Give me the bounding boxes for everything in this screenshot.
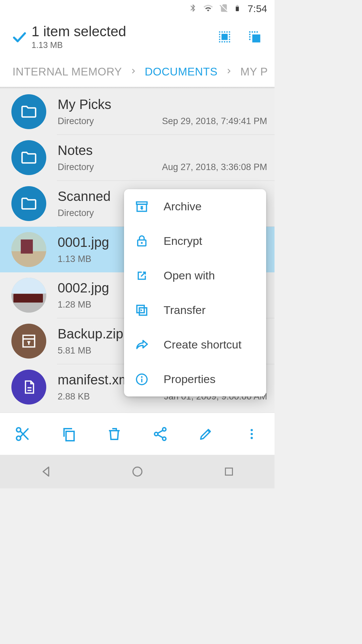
document-icon <box>11 370 46 405</box>
item-name: My Picks <box>58 97 268 112</box>
list-item[interactable]: My Picks Directory Sep 29, 2018, 7:49:41… <box>0 89 275 135</box>
info-icon <box>134 372 149 387</box>
item-type: Directory <box>58 162 94 172</box>
item-date: Aug 27, 2018, 3:36:08 PM <box>162 162 267 172</box>
item-name: Notes <box>58 143 268 158</box>
svg-rect-21 <box>225 468 232 475</box>
item-type: Directory <box>58 208 94 218</box>
no-sim-icon <box>219 2 229 15</box>
more-button[interactable] <box>242 424 262 444</box>
image-thumbnail <box>11 232 46 267</box>
wifi-icon <box>202 3 214 14</box>
menu-transfer[interactable]: Transfer <box>124 293 266 327</box>
chevron-right-icon <box>224 66 234 77</box>
menu-label: Create shortcut <box>164 338 241 351</box>
archive-icon <box>134 199 149 214</box>
item-type: Directory <box>58 116 94 126</box>
context-menu: Archive Encrypt Open with Transfer Creat… <box>124 189 266 396</box>
svg-point-9 <box>141 376 143 378</box>
svg-rect-10 <box>141 379 142 382</box>
menu-open-with[interactable]: Open with <box>124 258 266 293</box>
item-size: 2.88 KB <box>58 391 90 402</box>
crumb-my-picks-partial[interactable]: MY P <box>234 65 275 78</box>
svg-point-18 <box>250 433 253 435</box>
selection-title: 1 item selected <box>32 23 217 40</box>
status-bar: 7:54 <box>0 0 275 17</box>
edit-button[interactable] <box>196 424 216 444</box>
share-arrow-icon <box>134 337 149 353</box>
menu-create-shortcut[interactable]: Create shortcut <box>124 327 266 362</box>
item-size: 1.13 MB <box>58 254 92 264</box>
menu-label: Open with <box>164 269 215 282</box>
status-time: 7:54 <box>248 3 267 14</box>
menu-label: Encrypt <box>164 234 202 248</box>
android-nav-bar <box>0 455 275 488</box>
svg-rect-6 <box>137 305 144 313</box>
svg-point-11 <box>17 436 21 440</box>
open-external-icon <box>134 268 149 283</box>
transfer-icon <box>134 303 149 318</box>
folder-icon <box>11 140 46 175</box>
menu-label: Transfer <box>164 304 205 317</box>
copy-button[interactable] <box>59 424 79 444</box>
svg-rect-7 <box>139 308 147 315</box>
share-button[interactable] <box>150 424 170 444</box>
svg-point-20 <box>133 467 142 476</box>
menu-archive[interactable]: Archive <box>124 189 266 224</box>
lock-icon <box>134 233 149 249</box>
delete-button[interactable] <box>104 424 124 444</box>
select-all-button[interactable] <box>217 29 232 45</box>
cut-button[interactable] <box>13 424 33 444</box>
home-nav-button[interactable] <box>127 462 147 482</box>
svg-point-17 <box>250 429 253 431</box>
svg-point-12 <box>17 428 21 432</box>
breadcrumb: INTERNAL MEMORY DOCUMENTS MY P <box>0 55 275 87</box>
select-inverse-button[interactable] <box>247 29 262 45</box>
svg-rect-0 <box>222 34 228 40</box>
svg-rect-13 <box>66 431 74 441</box>
recents-nav-button[interactable] <box>219 462 239 482</box>
svg-point-14 <box>163 428 166 431</box>
svg-point-16 <box>163 437 166 440</box>
selection-size: 1.13 MB <box>32 40 217 50</box>
svg-point-5 <box>141 242 143 244</box>
done-selection-button[interactable] <box>7 28 32 46</box>
item-size: 1.28 MB <box>58 300 92 310</box>
chevron-right-icon <box>129 66 138 77</box>
archive-file-icon <box>11 324 46 359</box>
folder-icon <box>11 186 46 221</box>
item-size: 5.81 MB <box>58 345 92 356</box>
battery-icon <box>234 2 241 15</box>
item-date: Sep 29, 2018, 7:49:41 PM <box>162 116 267 126</box>
image-thumbnail <box>11 278 46 313</box>
menu-label: Archive <box>164 200 201 213</box>
svg-rect-1 <box>252 34 260 42</box>
menu-label: Properties <box>164 373 216 386</box>
list-item[interactable]: Notes Directory Aug 27, 2018, 3:36:08 PM <box>0 135 275 180</box>
back-nav-button[interactable] <box>36 462 56 482</box>
app-header: 1 item selected 1.13 MB INTERNAL MEMORY … <box>0 17 275 87</box>
menu-properties[interactable]: Properties <box>124 362 266 396</box>
crumb-documents[interactable]: DOCUMENTS <box>138 65 224 78</box>
crumb-internal-memory[interactable]: INTERNAL MEMORY <box>6 65 129 78</box>
svg-point-19 <box>250 437 253 439</box>
menu-encrypt[interactable]: Encrypt <box>124 224 266 258</box>
bluetooth-icon <box>189 2 197 15</box>
bottom-toolbar <box>0 413 275 455</box>
folder-icon <box>11 94 46 129</box>
